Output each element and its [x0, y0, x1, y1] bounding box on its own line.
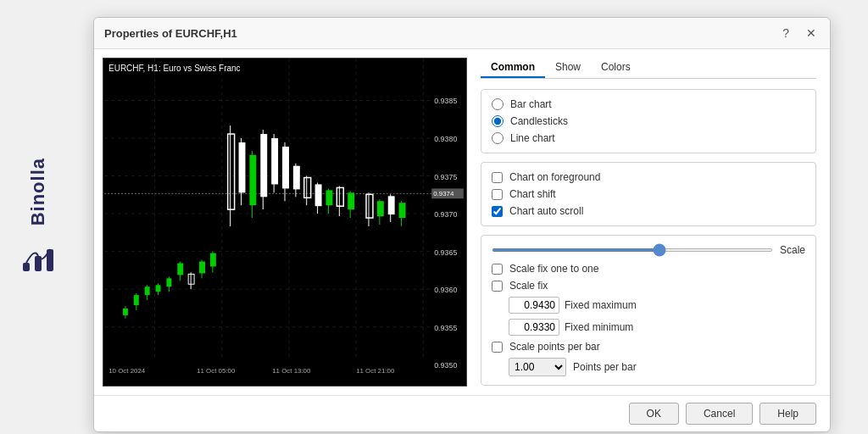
checkbox-autoscroll-label: Chart auto scroll: [509, 205, 583, 217]
svg-text:0.9374: 0.9374: [433, 190, 454, 198]
dialog-titlebar: Properties of EURCHF,H1 ? ✕: [94, 18, 830, 49]
fixed-max-input[interactable]: [509, 297, 559, 314]
chart-type-section: Bar chart Candlesticks Line chart: [481, 89, 816, 153]
tab-common[interactable]: Common: [481, 58, 545, 78]
svg-text:0.9360: 0.9360: [434, 286, 457, 294]
scale-label: Scale: [780, 244, 805, 256]
chart-type-radio-group: Bar chart Candlesticks Line chart: [492, 98, 805, 144]
svg-text:0.9355: 0.9355: [434, 324, 457, 332]
checkbox-shift-label: Chart shift: [509, 188, 556, 200]
help-footer-button[interactable]: Help: [760, 403, 816, 425]
svg-rect-28: [123, 309, 128, 315]
checkbox-scale-fix-input[interactable]: [492, 281, 503, 292]
dialog-title: Properties of EURCHF,H1: [104, 27, 237, 40]
right-panel: Common Show Colors Bar chart Candlestick…: [467, 49, 830, 395]
svg-text:0.9350: 0.9350: [434, 361, 457, 370]
app-container: Binolla Properties of EURCHF,H1 ? ✕ EURC…: [0, 0, 868, 434]
sidebar-logo: Binolla: [27, 158, 49, 225]
svg-rect-52: [260, 134, 267, 197]
checkbox-section: Chart on foreground Chart shift Chart au…: [481, 162, 816, 226]
ok-button[interactable]: OK: [629, 403, 679, 425]
scale-options: Scale fix one to one Scale fix Fixed max…: [492, 263, 805, 376]
svg-rect-32: [145, 287, 150, 295]
checkbox-foreground-input[interactable]: [492, 172, 503, 183]
svg-text:11 Oct 05:00: 11 Oct 05:00: [197, 367, 236, 375]
scale-slider[interactable]: [492, 248, 773, 252]
fixed-min-row: Fixed minimum: [509, 319, 805, 336]
tab-colors[interactable]: Colors: [591, 58, 641, 78]
svg-text:0.9380: 0.9380: [434, 135, 457, 143]
svg-rect-50: [249, 155, 256, 205]
dialog-footer: OK Cancel Help: [94, 395, 830, 431]
tab-show[interactable]: Show: [545, 58, 591, 78]
svg-rect-62: [315, 184, 322, 206]
checkbox-fix-one-input[interactable]: [492, 264, 503, 275]
svg-rect-30: [134, 295, 139, 305]
svg-text:10 Oct 2024: 10 Oct 2024: [108, 367, 146, 375]
scale-slider-row: Scale: [492, 244, 805, 256]
checkbox-fix-one-label: Scale fix one to one: [509, 263, 598, 275]
checkbox-scale-fix[interactable]: Scale fix: [492, 280, 805, 292]
svg-rect-68: [348, 192, 354, 209]
fixed-min-input[interactable]: [509, 319, 559, 336]
svg-rect-74: [388, 196, 395, 214]
properties-dialog: Properties of EURCHF,H1 ? ✕ EURCHF, H1: …: [93, 17, 831, 432]
checkbox-shift[interactable]: Chart shift: [492, 188, 805, 200]
svg-rect-64: [326, 190, 332, 205]
fixed-max-row: Fixed maximum: [509, 297, 805, 314]
svg-rect-56: [282, 147, 289, 188]
svg-rect-36: [166, 278, 171, 287]
svg-rect-58: [293, 166, 300, 190]
svg-rect-42: [199, 262, 205, 274]
checkbox-autoscroll-input[interactable]: [492, 206, 503, 217]
svg-rect-76: [399, 203, 406, 218]
svg-rect-3: [104, 58, 465, 386]
points-per-bar-select[interactable]: 1.00: [509, 358, 566, 376]
svg-rect-54: [271, 138, 278, 184]
fixed-max-label: Fixed maximum: [565, 299, 637, 311]
radio-candlestick-input[interactable]: [492, 115, 504, 127]
svg-text:0.9385: 0.9385: [434, 97, 457, 105]
svg-rect-0: [23, 263, 30, 271]
radio-line-input[interactable]: [492, 132, 504, 144]
close-button[interactable]: ✕: [803, 25, 820, 42]
cancel-button[interactable]: Cancel: [686, 403, 753, 425]
svg-text:11 Oct 13:00: 11 Oct 13:00: [272, 367, 311, 375]
chart-header: EURCHF, H1: Euro vs Swiss Franc: [108, 64, 241, 73]
radio-line-label: Line chart: [510, 132, 555, 144]
chart-area: EURCHF, H1: Euro vs Swiss Franc: [103, 58, 467, 387]
checkbox-points-per-bar[interactable]: Scale points per bar: [492, 341, 805, 353]
radio-bar-label: Bar chart: [510, 98, 552, 110]
radio-candlestick-label: Candlesticks: [510, 115, 568, 127]
svg-text:0.9370: 0.9370: [434, 210, 457, 219]
binolla-m-icon: [19, 239, 57, 276]
help-button[interactable]: ?: [779, 25, 793, 42]
checkbox-scale-fix-label: Scale fix: [509, 280, 548, 292]
checkbox-fix-one[interactable]: Scale fix one to one: [492, 263, 805, 275]
scale-section: Scale Scale fix one to one Scale fix: [481, 235, 816, 386]
checkbox-foreground-label: Chart on foreground: [509, 171, 600, 183]
dialog-body: EURCHF, H1: Euro vs Swiss Franc: [94, 49, 830, 395]
points-per-bar-label: Points per bar: [573, 361, 637, 373]
checkbox-foreground[interactable]: Chart on foreground: [492, 171, 805, 183]
sidebar: Binolla: [0, 0, 76, 434]
svg-text:11 Oct 21:00: 11 Oct 21:00: [356, 367, 395, 375]
svg-rect-34: [156, 285, 161, 292]
checkbox-autoscroll[interactable]: Chart auto scroll: [492, 205, 805, 217]
radio-line-chart[interactable]: Line chart: [492, 132, 805, 144]
svg-rect-44: [210, 253, 216, 267]
points-dropdown-row: 1.00 Points per bar: [509, 358, 805, 376]
radio-bar-input[interactable]: [492, 98, 504, 110]
radio-candlestick[interactable]: Candlesticks: [492, 115, 805, 127]
fixed-min-label: Fixed minimum: [565, 321, 633, 333]
tabs: Common Show Colors: [481, 58, 816, 79]
svg-rect-72: [377, 201, 384, 216]
dialog-controls: ? ✕: [779, 25, 820, 42]
radio-bar-chart[interactable]: Bar chart: [492, 98, 805, 110]
svg-text:0.9375: 0.9375: [434, 173, 457, 181]
svg-rect-38: [177, 263, 183, 275]
svg-text:0.9365: 0.9365: [434, 248, 457, 257]
checkbox-shift-input[interactable]: [492, 189, 503, 200]
checkbox-points-per-bar-input[interactable]: [492, 342, 503, 353]
checkbox-points-per-bar-label: Scale points per bar: [509, 341, 600, 353]
